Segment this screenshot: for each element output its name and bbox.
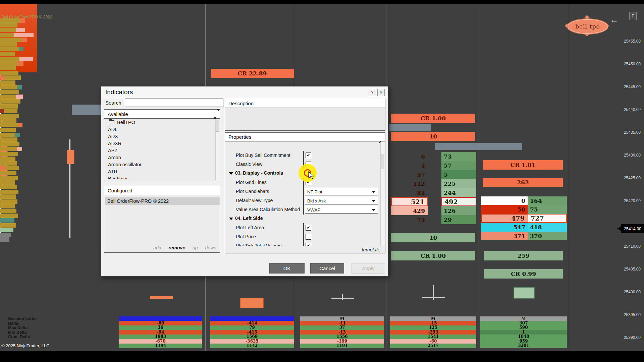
property-group-label: 04. Left Side	[235, 216, 263, 221]
property-label: Value Area Calculation Method	[236, 207, 300, 212]
tpo-profile-segment	[0, 33, 14, 37]
apply-button[interactable]: Apply	[352, 263, 385, 274]
properties-header: Properties	[225, 133, 385, 141]
property-row: Plot Price	[225, 232, 385, 241]
ask-cell[interactable]: 73	[441, 152, 476, 161]
properties-scrollbar[interactable]	[380, 142, 385, 246]
collapse-arrow-icon[interactable]	[229, 172, 233, 175]
tpo-profile-row	[0, 199, 17, 204]
cancel-button[interactable]: Cancel	[310, 263, 344, 274]
tpo-profile-row	[0, 42, 17, 47]
tpo-profile-segment	[0, 199, 17, 204]
ok-button[interactable]: OK	[269, 263, 305, 274]
template-link[interactable]: template	[362, 247, 380, 252]
bid-cell[interactable]: 429	[391, 206, 428, 215]
move-up-button[interactable]: up	[193, 245, 198, 250]
configured-item[interactable]: Bell OrderFlow-PRO © 2022	[105, 197, 220, 205]
remove-button[interactable]: remove	[168, 245, 185, 250]
bid-cell[interactable]: 0	[481, 196, 528, 205]
ask-cell[interactable]: 370	[528, 232, 567, 240]
bid-cell[interactable]: 50	[481, 205, 528, 214]
list-item[interactable]: Aroon	[105, 154, 216, 161]
last-price-tag: 25414.00	[621, 224, 644, 233]
property-row: Value Area Calculation MethodVWAP	[225, 205, 385, 214]
property-checkbox[interactable]: ✔	[306, 153, 311, 158]
bid-cell[interactable]: 112	[391, 179, 428, 188]
close-button[interactable]: ✕	[377, 89, 385, 96]
help-button[interactable]: ?	[369, 89, 376, 96]
tpo-profile-segment	[0, 128, 16, 132]
available-scrollbar[interactable]	[215, 119, 219, 181]
f-key-button[interactable]: F	[629, 12, 637, 20]
list-item[interactable]: BellTPO	[105, 119, 216, 126]
search-label: Search	[105, 100, 121, 106]
ask-cell[interactable]: 225	[441, 179, 476, 188]
property-checkbox[interactable]: ✔	[306, 243, 311, 246]
back-arrow-icon[interactable]: ←	[610, 15, 619, 25]
ask-cell[interactable]: 727	[528, 214, 567, 223]
ask-cell[interactable]: 75	[528, 205, 567, 214]
bid-cell[interactable]: 479	[481, 214, 528, 223]
price-axis-label: 25400.00	[612, 290, 641, 294]
price-axis-label: 25430.00	[612, 153, 641, 158]
cr-ratio-bar: CR 1.01	[483, 160, 563, 170]
footer-cell: 590	[480, 325, 567, 330]
property-dropdown[interactable]: Bid x Ask	[305, 197, 378, 204]
footer-cell: 125	[390, 325, 476, 330]
ask-cell[interactable]: 57	[441, 161, 476, 170]
property-checkbox[interactable]: ✔	[306, 225, 311, 231]
tpo-profile-row	[0, 104, 18, 109]
footer-cell: -414	[210, 321, 294, 325]
bid-cell[interactable]: 6	[391, 152, 428, 161]
mouse-cursor	[308, 171, 316, 181]
list-item[interactable]: Bar timer	[105, 175, 216, 179]
tpo-profile-segment	[0, 99, 20, 104]
available-spinner[interactable]	[213, 111, 218, 118]
bid-cell[interactable]: 83	[391, 188, 428, 197]
bid-cell[interactable]: 3	[391, 161, 428, 170]
tpo-profile-segment	[0, 90, 19, 94]
bottom-black-strip	[0, 351, 644, 362]
footer-column-header	[210, 316, 294, 321]
list-item-label: Bar timer	[108, 176, 128, 179]
bid-cell[interactable]: 75	[391, 215, 428, 224]
price-axis-label: 25440.00	[612, 107, 641, 112]
move-down-button[interactable]: down	[205, 245, 216, 250]
tpo-profile-segment	[0, 147, 17, 151]
collapse-arrow-icon[interactable]	[229, 218, 233, 220]
property-dropdown[interactable]: NT Plot	[305, 188, 378, 195]
list-item[interactable]: ADL	[105, 126, 216, 133]
list-item[interactable]: Aroon oscillator	[105, 161, 216, 168]
ask-cell[interactable]: 164	[528, 196, 567, 205]
tpo-profile-row	[0, 180, 15, 185]
property-checkbox[interactable]	[306, 234, 311, 240]
bid-cell[interactable]: 547	[481, 223, 528, 232]
tpo-profile-row	[0, 166, 19, 170]
bid-cell[interactable]: 521	[391, 197, 428, 206]
footer-cell: -60	[390, 339, 476, 344]
list-item[interactable]: ATR	[105, 168, 216, 175]
dialog-titlebar[interactable]: Indicators ? ✕	[101, 86, 388, 98]
search-input[interactable]	[125, 99, 223, 107]
property-dropdown[interactable]: VWAP	[305, 206, 378, 214]
tpo-profile-row	[0, 228, 13, 232]
available-list[interactable]: BellTPOADLADXADXRAPZAroonAroon oscillato…	[105, 119, 216, 179]
list-item[interactable]: ADX	[105, 133, 216, 140]
footer-cell: 1848	[480, 335, 567, 339]
list-item-label: ADXR	[108, 141, 121, 146]
list-item[interactable]: APZ	[105, 147, 216, 154]
ask-cell[interactable]: 5	[441, 170, 476, 179]
ask-cell[interactable]: 126	[441, 206, 476, 215]
ask-cell[interactable]: 244	[441, 188, 476, 197]
candle-body	[514, 287, 535, 299]
footer-column-header: M	[480, 316, 567, 321]
ask-cell[interactable]: 418	[528, 223, 567, 232]
ask-cell[interactable]: 492	[441, 197, 476, 206]
properties-collapse-arrow[interactable]	[379, 135, 383, 142]
bid-cell[interactable]: 37	[391, 170, 428, 179]
add-button[interactable]: add	[153, 245, 161, 250]
list-item[interactable]: ADXR	[105, 140, 216, 147]
ask-cell[interactable]: 29	[441, 215, 476, 224]
indicator-watermark: Bell OrderFlow-PRO © 2022	[1, 15, 52, 19]
bid-cell[interactable]: 371	[481, 232, 528, 240]
